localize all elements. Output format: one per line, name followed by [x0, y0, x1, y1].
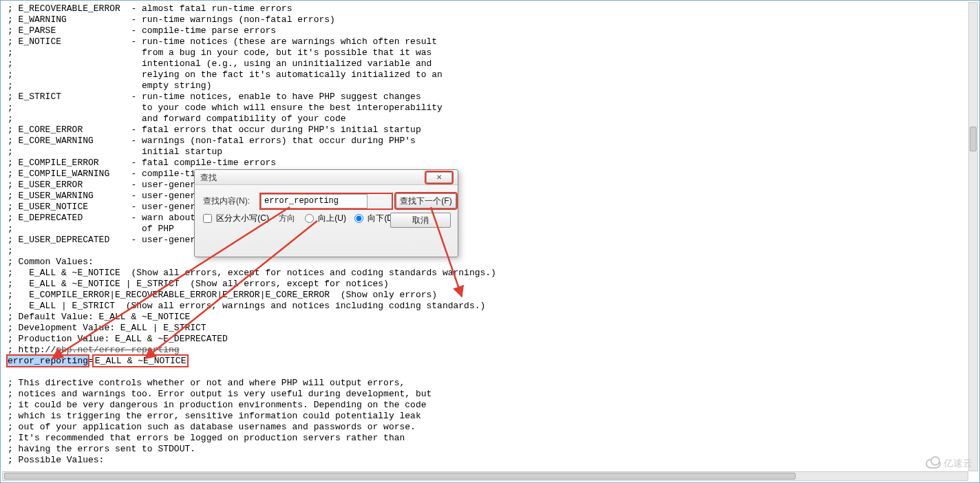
editor-line: ; notices and warnings too. Error output… — [8, 389, 963, 400]
horizontal-scrollbar[interactable] — [2, 471, 968, 481]
match-case-label: 区分大小写(C) — [216, 213, 269, 223]
dialog-body: 查找内容(N): 查找下一个(F) 取消 区分大小写(C) 方向 — [195, 185, 458, 230]
setting-value-highlight: E_ALL & ~E_NOTICE — [94, 356, 188, 366]
editor-line: ; E_USER_DEPRECATED - user-generat — [8, 235, 963, 246]
editor-line: ; of PHP — [8, 224, 963, 235]
editor-line: ; intentional (e.g., using an uninitiali… — [8, 58, 963, 69]
direction-up-label: 向上(U) — [318, 213, 346, 223]
find-next-button[interactable]: 查找下一个(F) — [396, 193, 456, 208]
direction-group: 方向 向上(U) 向下(D) — [279, 213, 396, 224]
editor-line: ; E_ALL | E_STRICT (Show all errors, war… — [8, 301, 963, 312]
editor-line: ; E_CORE_ERROR - fatal errors that occur… — [8, 125, 963, 136]
vertical-scrollbar-thumb[interactable] — [970, 127, 977, 151]
close-icon: ✕ — [436, 170, 442, 185]
editor-line: ; empty string) — [8, 80, 963, 92]
editor-line: ; http://php.net/error-reporting — [8, 345, 963, 356]
editor-line: ; E_COMPILE_ERROR|E_RECOVERABLE_ERROR|E_… — [8, 290, 963, 301]
editor-line: ; from a bug in your code, but it's poss… — [8, 47, 963, 58]
find-input[interactable] — [261, 194, 368, 208]
find-input-highlight — [261, 194, 392, 208]
editor-line: ; E_ALL & ~E_NOTICE | E_STRICT (Show all… — [8, 279, 963, 290]
editor-line: ; This directive controls whether or not… — [8, 378, 963, 389]
editor-line: ; E_COMPILE_WARNING - compile-time — [8, 169, 963, 180]
dialog-title: 查找 — [200, 170, 217, 185]
editor-line: ; which is triggering the error, sensiti… — [8, 411, 963, 422]
editor-line: ; E_NOTICE - run-time notices (these are… — [8, 36, 963, 47]
direction-down-radio[interactable] — [354, 214, 363, 223]
editor-line: ; relying on the fact it's automatically… — [8, 69, 963, 80]
cloud-icon — [926, 459, 941, 469]
url-struck: php.net/error-reporting — [56, 345, 179, 355]
notepad-window: ; E_RECOVERABLE_ERROR - almost fatal run… — [0, 0, 980, 483]
editor-line: ; E_PARSE - compile-time parse errors — [8, 25, 963, 36]
find-next-label: 查找下一个(F) — [400, 195, 451, 207]
editor-line: ; Possible Values: — [8, 455, 963, 466]
editor-line: ; E_COMPILE_ERROR - fatal compile-time e… — [8, 158, 963, 169]
editor-line: ; Development Value: E_ALL | E_STRICT — [8, 323, 963, 334]
editor-line: ; E_USER_NOTICE - user-generat — [8, 202, 963, 213]
url-protocol: http:// — [19, 345, 56, 355]
match-case-option[interactable]: 区分大小写(C) — [203, 213, 269, 224]
find-dialog[interactable]: 查找 ✕ 查找内容(N): 查找下一个(F) 取消 区分大小写(C) — [194, 169, 458, 257]
dialog-close-button[interactable]: ✕ — [426, 172, 452, 183]
editor-line: ; to your code which will ensure the bes… — [8, 103, 963, 114]
horizontal-scrollbar-thumb[interactable] — [4, 473, 796, 480]
editor-line: ; — [8, 246, 963, 257]
editor-line — [8, 367, 963, 378]
editor-line: ; it could be very dangerous in producti… — [8, 400, 963, 411]
editor-line: ; E_STRICT - run-time notices, enable to… — [8, 92, 963, 103]
editor-line: ; E_USER_ERROR - user-generat — [8, 180, 963, 191]
search-match-selection: error_reporting — [8, 356, 88, 366]
editor-line: ; E_RECOVERABLE_ERROR - almost fatal run… — [8, 3, 963, 14]
direction-up-option[interactable]: 向上(U) — [305, 213, 346, 224]
editor-line: ; Production Value: E_ALL & ~E_DEPRECATE… — [8, 334, 963, 345]
cancel-button-label: 取消 — [412, 215, 429, 226]
editor-line: ; initial startup — [8, 147, 963, 158]
watermark: 亿速云 — [926, 458, 972, 470]
editor-line: ; Common Values: — [8, 257, 963, 268]
editor-line: error_reporting=E_ALL & ~E_NOTICE — [8, 356, 963, 367]
direction-label: 方向 — [279, 213, 295, 224]
vertical-scrollbar[interactable] — [968, 2, 978, 471]
editor-line: ; E_USER_WARNING - user-generat — [8, 191, 963, 202]
editor-line: ; E_CORE_WARNING - warnings (non-fatal e… — [8, 136, 963, 147]
watermark-text: 亿速云 — [944, 458, 972, 470]
cancel-button[interactable]: 取消 — [390, 213, 451, 228]
direction-up-radio[interactable] — [305, 214, 314, 223]
editor-line: ; E_ALL & ~E_NOTICE (Show all errors, ex… — [8, 268, 963, 279]
editor-line: ; Default Value: E_ALL & ~E_NOTICE — [8, 312, 963, 323]
editor-line: ; out of your application such as databa… — [8, 422, 963, 433]
editor-viewport[interactable]: ; E_RECOVERABLE_ERROR - almost fatal run… — [2, 2, 968, 471]
equals-sign: = — [88, 356, 94, 366]
editor-line: ; It's recommended that errors be logged… — [8, 433, 963, 444]
dialog-titlebar[interactable]: 查找 ✕ — [195, 170, 458, 185]
editor-line: ; having the errors sent to STDOUT. — [8, 444, 963, 455]
find-what-label: 查找内容(N): — [203, 195, 257, 207]
editor-line: ; E_DEPRECATED - warn about c — [8, 213, 963, 224]
editor-line: ; and forward compatibility of your code — [8, 114, 963, 125]
line-prefix: ; — [8, 345, 19, 355]
match-case-checkbox[interactable] — [203, 214, 212, 223]
editor-line: ; E_WARNING - run-time warnings (non-fat… — [8, 14, 963, 25]
